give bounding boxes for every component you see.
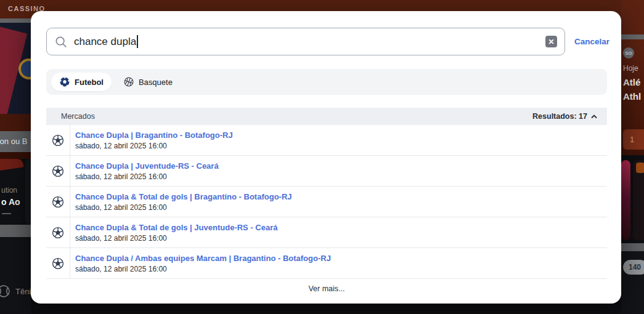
promo-card-title: o Ao (1, 197, 20, 207)
promo-card-partial (25, 159, 31, 225)
filter-chip-futebol[interactable]: Futebol (51, 73, 112, 91)
chevron-up-icon (591, 115, 597, 119)
ticker-strip (0, 18, 31, 23)
text-caret (137, 35, 138, 48)
basketball-icon (121, 74, 136, 89)
search-input[interactable]: chance dupla ✕ (46, 28, 565, 55)
result-title-link[interactable]: Chance Dupla / Ambas equipes Marcam | Br… (75, 254, 607, 263)
sport-filter-bar: Futebol Basquete (46, 69, 607, 95)
result-row[interactable]: Chance Dupla & Total de gols | Juventude… (46, 217, 607, 248)
background-left-edge: ton ou B ution o Ao Tênis (0, 0, 31, 314)
promo-card-subtitle: ution (1, 186, 17, 195)
result-date: sábado, 12 abril 2025 16:00 (75, 142, 607, 150)
search-input-value: chance dupla (74, 36, 136, 48)
background-divider-band (0, 152, 31, 159)
markets-title: Mercados (61, 112, 95, 121)
results-collapse-toggle[interactable]: Resultados: 17 (532, 112, 597, 121)
promo-card-partial-right[interactable] (633, 160, 644, 240)
result-date: sábado, 12 abril 2025 16:00 (75, 265, 607, 273)
result-date: sábado, 12 abril 2025 16:00 (75, 172, 607, 181)
filter-chip-label: Basquete (139, 78, 173, 87)
section-strip-right (621, 243, 644, 251)
promo-cards-right (621, 155, 644, 243)
clear-search-button[interactable]: ✕ (545, 36, 557, 47)
result-row[interactable]: Chance Dupla & Total de gols | Bragantin… (46, 187, 607, 217)
match-ticker-text: ton ou B (0, 131, 27, 152)
team-name-home: Atlé (623, 77, 640, 87)
sidebar-item-tennis[interactable]: Tênis (0, 284, 35, 299)
results-count-label: Resultados: 17 (532, 112, 587, 121)
sports-menu-area: Tênis (0, 237, 31, 314)
background-right-edge: SO Hoje Atlé Athl 1 140 (621, 0, 644, 314)
match-badge: SO (623, 47, 634, 58)
league-list-area: 140 (621, 251, 644, 314)
result-row[interactable]: Chance Dupla | Bragantino - Botafogo-RJ … (46, 125, 607, 156)
promo-card[interactable]: ution o Ao (0, 159, 23, 225)
match-day-label: Hoje (623, 64, 638, 73)
result-row[interactable]: Chance Dupla / Ambas equipes Marcam | Br… (46, 248, 607, 279)
soccer-ball-icon (59, 76, 70, 87)
search-icon (54, 35, 68, 49)
result-title-link[interactable]: Chance Dupla | Bragantino - Botafogo-RJ (75, 131, 607, 140)
soccer-ball-icon (46, 248, 70, 278)
promo-card-rule (2, 213, 11, 214)
promo-card-image (0, 159, 23, 171)
result-title-link[interactable]: Chance Dupla | Juventude-RS - Ceará (75, 161, 607, 171)
result-content: Chance Dupla & Total de gols | Juventude… (70, 217, 607, 248)
result-row[interactable]: Chance Dupla | Juventude-RS - Ceará sába… (46, 156, 607, 187)
team-name-away: Athl (623, 91, 641, 102)
soccer-ball-icon (46, 156, 70, 186)
markets-section-header: Mercados Resultados: 17 (46, 108, 607, 125)
promo-card-player-image[interactable] (621, 160, 630, 240)
promo-card-graphic (636, 163, 644, 173)
banner-lower-band (0, 114, 31, 131)
filter-chip-basquete[interactable]: Basquete (115, 73, 181, 91)
odd-button-1[interactable]: 1 (623, 129, 644, 150)
featured-match-panel: SO Hoje Atlé Athl 1 (621, 39, 644, 155)
soccer-ball-icon (46, 217, 70, 248)
header-right-area (621, 0, 644, 34)
result-date: sábado, 12 abril 2025 16:00 (75, 203, 607, 212)
filter-chip-label: Futebol (75, 78, 104, 87)
cancel-button[interactable]: Cancelar (574, 37, 609, 46)
result-date: sábado, 12 abril 2025 16:00 (75, 234, 607, 243)
result-content: Chance Dupla / Ambas equipes Marcam | Br… (70, 248, 607, 278)
league-count-badge: 140 (623, 260, 644, 275)
soccer-ball-icon (46, 125, 70, 155)
banner-team-logo (18, 58, 31, 79)
match-ticker-strip: ton ou B (0, 131, 31, 152)
tennis-ball-icon (0, 284, 11, 299)
result-content: Chance Dupla & Total de gols | Bragantin… (70, 187, 607, 217)
search-modal: chance dupla ✕ Cancelar Futebol (31, 11, 621, 304)
search-results-list: Chance Dupla | Bragantino - Botafogo-RJ … (46, 125, 607, 279)
result-title-link[interactable]: Chance Dupla & Total de gols | Bragantin… (75, 192, 607, 201)
promo-banner-image (0, 23, 31, 114)
result-content: Chance Dupla | Juventude-RS - Ceará sába… (70, 156, 607, 186)
soccer-ball-icon (46, 187, 70, 217)
ticker-strip-right (621, 34, 644, 39)
result-content: Chance Dupla | Bragantino - Botafogo-RJ … (70, 125, 607, 155)
result-title-link[interactable]: Chance Dupla & Total de gols | Juventude… (75, 223, 607, 232)
show-more-button[interactable]: Ver mais... (46, 278, 607, 299)
section-strip (0, 225, 31, 237)
